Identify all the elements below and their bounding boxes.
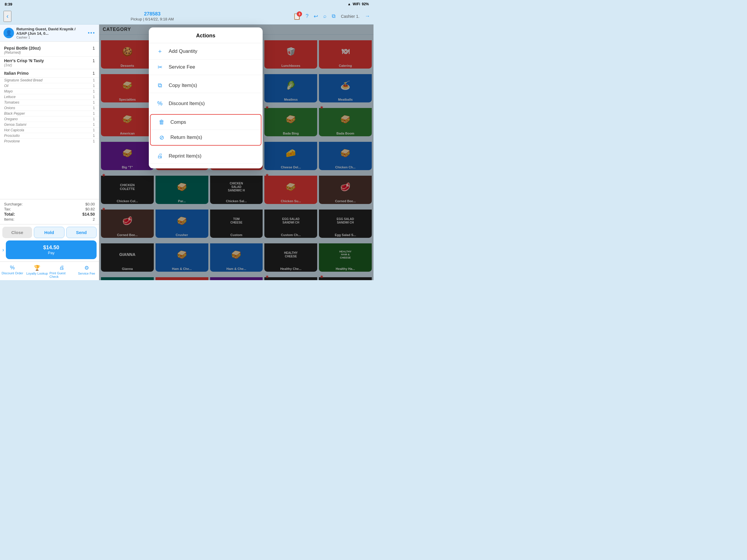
return-items-label: Return Item(s) (171, 134, 202, 141)
order-items: Pepsi Bottle (20oz) 1 (Returned) Herr's … (0, 42, 99, 199)
subitem-label: Provolone (4, 139, 20, 143)
order-info: 278583 Pickup | 6/14/22, 9:18 AM (14, 11, 291, 21)
order-action-buttons: Close Hold Send (0, 224, 99, 240)
copy-items-label: Copy Item(s) (169, 83, 197, 88)
pay-amount: $14.50 (6, 245, 97, 251)
pay-button[interactable]: $14.50 Pay (6, 240, 97, 259)
spacer4 (149, 146, 263, 149)
actions-modal-title: Actions (149, 27, 263, 43)
discount-icon: % (10, 265, 15, 271)
item-name: Pepsi Bottle (20oz) (4, 46, 41, 50)
search-button[interactable]: ⌕ (323, 13, 327, 19)
action-copy-items[interactable]: ⧉ Copy Item(s) (149, 78, 263, 93)
subitem-label: Oregano (4, 117, 18, 121)
copy-items-icon: ⧉ (156, 82, 164, 89)
subitem-label: Hot Capicola (4, 128, 24, 132)
action-reprint[interactable]: 🖨 Reprint Item(s) (149, 149, 263, 164)
cashier-info: Cashier 1 (16, 35, 85, 39)
reprint-icon: 🖨 (156, 153, 164, 159)
main-layout: 👤 Returning Guest, David Kraynik / ASAP … (0, 25, 374, 280)
subitem-label: Black Pepper (4, 111, 25, 116)
item-sub: (1oz) (4, 63, 95, 67)
bottom-nav-print[interactable]: 🖨 Print Guest Check (50, 263, 74, 280)
action-add-quantity[interactable]: ＋ Add Quantity (149, 43, 263, 59)
item-qty: 1 (93, 46, 95, 50)
bottom-nav-loyalty[interactable]: 🏆 Loyalty Lookup (25, 263, 50, 280)
pay-area: › $14.50 Pay (0, 240, 99, 261)
subitem-qty: 1 (93, 89, 95, 93)
logout-button[interactable]: → (365, 13, 370, 19)
subitem-qty: 1 (93, 100, 95, 104)
wifi-icon: WiFi (353, 2, 360, 6)
add-quantity-icon: ＋ (156, 47, 164, 55)
action-discount-items[interactable]: % Discount Item(s) (149, 96, 263, 111)
italian-primo-subitems: Signature Seeded Bread 1 Oil 1 Mayo 1 Le… (0, 78, 99, 144)
order-badge: 3 (297, 11, 302, 17)
surcharge-value: $0.00 (85, 202, 95, 206)
item-qty: 1 (93, 71, 95, 76)
back-button[interactable]: ‹ (3, 11, 11, 22)
subitem-qty: 1 (93, 106, 95, 110)
subitem-qty: 1 (93, 111, 95, 116)
order-panel: 👤 Returning Guest, David Kraynik / ASAP … (0, 25, 99, 280)
subitem-qty: 1 (93, 139, 95, 143)
copy-button[interactable]: ⧉ (332, 13, 336, 19)
guest-info: Returning Guest, David Kraynik / ASAP (J… (16, 27, 85, 39)
subitem-label: Mayo (4, 89, 12, 93)
order-dots[interactable]: ••• (88, 30, 96, 35)
subitem-qty: 1 (93, 78, 95, 82)
list-item: Italian Primo 1 (0, 69, 99, 78)
subitem-qty: 1 (93, 95, 95, 99)
cashier-label: Cashier 1. (341, 14, 360, 19)
subitem-label: Onions (4, 106, 15, 110)
subitem-qty: 1 (93, 134, 95, 138)
reprint-label: Reprint Item(s) (169, 153, 201, 159)
send-button[interactable]: Send (66, 227, 97, 238)
badge-wrap: 📋 3 (293, 12, 301, 20)
service-fee-icon: ⚙ (84, 265, 89, 271)
hold-button[interactable]: Hold (34, 227, 64, 238)
subitem-qty: 1 (93, 84, 95, 88)
subitem-label: Genoa Salami (4, 123, 26, 127)
tax-value: $0.82 (85, 207, 95, 211)
nav-actions: ? ↩ ⌕ ⧉ Cashier 1. → (306, 13, 370, 20)
comps-return-group: 🗑 Comps ⊘ Return Item(s) (150, 114, 261, 146)
discount-items-icon: % (156, 100, 164, 107)
pay-arrow-icon: › (2, 247, 4, 253)
item-name: Italian Primo (4, 71, 29, 76)
total-label: Total: (4, 212, 15, 217)
service-fee-label: Service Fee (78, 272, 95, 275)
discount-items-label: Discount Item(s) (169, 101, 205, 106)
battery-icon: 92% (362, 2, 369, 6)
undo-button[interactable]: ↩ (314, 13, 318, 20)
comps-icon: 🗑 (158, 119, 166, 126)
list-item: Pepsi Bottle (20oz) 1 (Returned) (0, 44, 99, 57)
close-button[interactable]: Close (2, 227, 32, 238)
bottom-nav: % Discount Order 🏆 Loyalty Lookup 🖨 Prin… (0, 261, 99, 280)
action-return-items[interactable]: ⊘ Return Item(s) (151, 130, 261, 145)
order-header: 👤 Returning Guest, David Kraynik / ASAP … (0, 25, 99, 42)
menu-panel: CATEGORY 🍪 Desserts 🥨🧀 Herr's 🥤 Beverage… (99, 25, 374, 280)
subitem-qty: 1 (93, 117, 95, 121)
item-qty: 1 (93, 58, 95, 63)
list-item: Herr's Crisp 'N Tasty 1 (1oz) (0, 57, 99, 69)
print-label: Print Guest Check (50, 272, 74, 278)
add-quantity-label: Add Quantity (169, 48, 197, 54)
loyalty-label: Loyalty Lookup (26, 272, 48, 275)
print-icon: 🖨 (59, 265, 65, 271)
action-comps[interactable]: 🗑 Comps (151, 115, 261, 130)
guest-name: Returning Guest, David Kraynik / ASAP (J… (16, 27, 85, 35)
bottom-nav-discount[interactable]: % Discount Order (0, 263, 25, 280)
service-fee-action-label: Service Fee (169, 64, 195, 70)
subitem-label: Prosciutto (4, 134, 20, 138)
action-service-fee[interactable]: ✂ Service Fee (149, 59, 263, 75)
signal-icon: ▲ (347, 2, 351, 6)
help-button[interactable]: ? (306, 13, 308, 19)
bottom-nav-service-fee[interactable]: ⚙ Service Fee (74, 263, 99, 280)
order-totals: Surcharge: $0.00 Tax: $0.82 Total: $14.5… (0, 199, 99, 224)
return-items-icon: ⊘ (158, 134, 166, 141)
subitem-label: Lettuce (4, 95, 16, 99)
spacer2 (149, 93, 263, 96)
subitem-label: Signature Seeded Bread (4, 78, 42, 82)
spacer1 (149, 75, 263, 78)
